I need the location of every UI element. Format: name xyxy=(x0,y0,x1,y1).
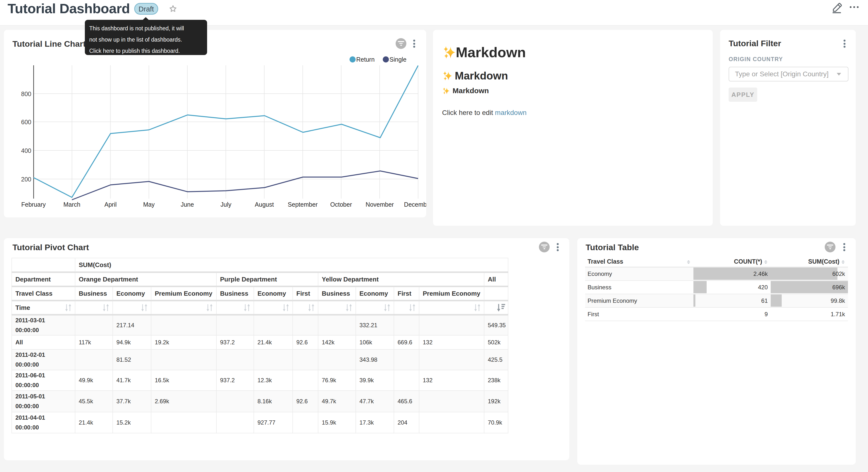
svg-text:August: August xyxy=(255,201,274,208)
svg-text:800: 800 xyxy=(21,90,31,97)
svg-text:May: May xyxy=(143,201,155,208)
svg-text:September: September xyxy=(288,201,318,208)
svg-text:600: 600 xyxy=(21,119,31,125)
svg-text:June: June xyxy=(181,201,194,208)
svg-text:February: February xyxy=(21,201,46,208)
svg-text:March: March xyxy=(63,201,80,208)
svg-text:December: December xyxy=(404,201,426,208)
svg-text:Single: Single xyxy=(390,56,407,63)
svg-text:200: 200 xyxy=(21,176,31,183)
svg-text:October: October xyxy=(330,201,352,208)
svg-text:April: April xyxy=(104,201,117,208)
svg-text:July: July xyxy=(221,201,231,208)
svg-text:Return: Return xyxy=(356,56,375,63)
svg-text:400: 400 xyxy=(21,147,31,154)
svg-text:November: November xyxy=(366,201,394,208)
